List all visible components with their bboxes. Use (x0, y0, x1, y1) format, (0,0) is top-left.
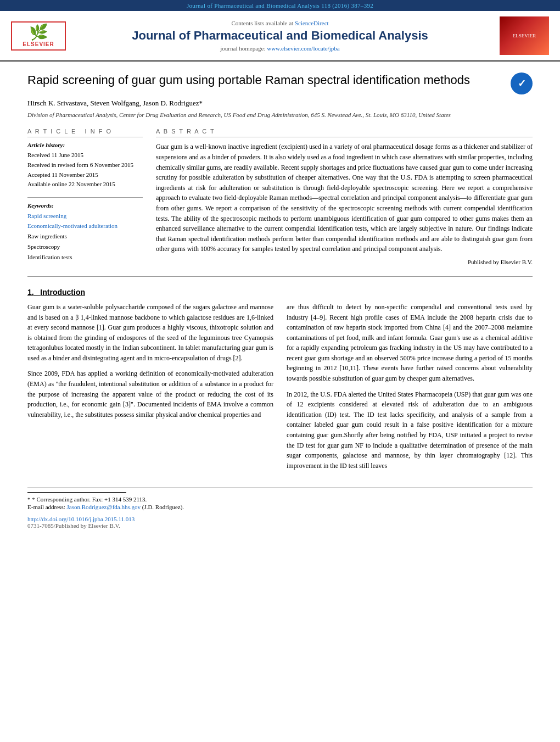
footnote-divider (27, 492, 126, 496)
email-person: (J.D. Rodriguez). (142, 504, 184, 510)
abstract-col: A B S T R A C T Guar gum is a well-known… (156, 128, 533, 265)
article-info-col: A R T I C L E I N F O Article history: R… (27, 128, 143, 265)
elsevier-brand: ELSEVIER (23, 41, 54, 47)
introduction-title: 1. Introduction (27, 288, 533, 297)
intro-p4: In 2012, the U.S. FDA alerted the United… (287, 389, 533, 471)
article-title-section: Rapid screening of guar gum using portab… (27, 72, 533, 94)
email-line: E-mail address: Jason.Rodriguez@fda.hhs.… (27, 504, 533, 510)
abstract-header: A B S T R A C T (156, 128, 533, 137)
intro-p2: Since 2009, FDA has applied a working de… (27, 369, 273, 420)
homepage-url[interactable]: www.elsevier.com/locate/jpba (267, 45, 339, 52)
sciencedirect-line: Contents lists available at ScienceDirec… (66, 20, 494, 26)
intro-p1: Guar gum is a water-soluble polysacchari… (27, 302, 273, 364)
header-right: ELSEVIER (494, 16, 549, 55)
published-by: Published by Elsevier B.V. (156, 259, 533, 265)
crossmark-badge: ✓ (511, 72, 533, 94)
email-link[interactable]: Jason.Rodriguez@fda.hhs.gov (66, 504, 140, 510)
section-divider (27, 276, 533, 277)
footnote-section: * * Corresponding author. Fax: +1 314 53… (27, 487, 533, 510)
keyword-2: Economically-motivated adulteration (27, 221, 143, 231)
doi-section: http://dx.doi.org/10.1016/j.jpba.2015.11… (27, 516, 533, 522)
author-names: Hirsch K. Srivastava, Steven Wolfgang, J… (27, 99, 203, 107)
elsevier-logo-left: 🌿 ELSEVIER (11, 21, 66, 51)
journal-name: Journal of Pharmaceutical and Biomedical… (66, 29, 494, 43)
affiliation: Division of Pharmaceutical Analysis, Cen… (27, 111, 533, 119)
article-container: Rapid screening of guar gum using portab… (0, 62, 560, 540)
asterisk: * (27, 496, 32, 503)
received-date: Received 11 June 2015 (27, 150, 143, 160)
article-history-label: Article history: (27, 142, 143, 148)
revised-date: Received in revised form 6 November 2015 (27, 160, 143, 170)
body-two-col: Guar gum is a water-soluble polysacchari… (27, 302, 533, 477)
journal-homepage: journal homepage: www.elsevier.com/locat… (66, 45, 494, 52)
keyword-1: Rapid screening (27, 211, 143, 221)
introduction-section: 1. Introduction Guar gum is a water-solu… (27, 288, 533, 477)
keywords-label: Keywords: (27, 202, 143, 209)
two-col-section: A R T I C L E I N F O Article history: R… (27, 128, 533, 265)
article-info-header: A R T I C L E I N F O (27, 128, 143, 137)
keywords-section: Keywords: Rapid screening Economically-m… (27, 197, 143, 262)
authors: Hirsch K. Srivastava, Steven Wolfgang, J… (27, 99, 533, 108)
doi-link[interactable]: http://dx.doi.org/10.1016/j.jpba.2015.11… (27, 516, 135, 522)
journal-citation-bar: Journal of Pharmaceutical and Biomedical… (0, 0, 560, 11)
elsevier-logo-right: ELSEVIER (500, 16, 549, 55)
corresponding-author: * * Corresponding author. Fax: +1 314 53… (27, 496, 533, 503)
elsevier-box: 🌿 ELSEVIER (11, 21, 66, 51)
available-date: Available online 22 November 2015 (27, 180, 143, 189)
tree-icon: 🌿 (29, 25, 48, 40)
body-left-col: Guar gum is a water-soluble polysacchari… (27, 302, 273, 477)
issn-section: 0731-7085/Published by Elsevier B.V. (27, 522, 533, 529)
journal-header: 🌿 ELSEVIER Contents lists available at S… (0, 11, 560, 62)
sciencedirect-link[interactable]: ScienceDirect (295, 20, 329, 26)
keyword-4: Spectroscopy (27, 242, 143, 252)
keyword-3: Raw ingredients (27, 231, 143, 242)
accepted-date: Accepted 11 November 2015 (27, 170, 143, 180)
crossmark-icon: ✓ (518, 77, 526, 90)
keyword-5: Identification tests (27, 252, 143, 263)
article-title: Rapid screening of guar gum using portab… (27, 72, 505, 88)
header-center: Contents lists available at ScienceDirec… (66, 20, 494, 52)
abstract-text: Guar gum is a well-known inactive ingred… (156, 142, 533, 254)
journal-citation-text: Journal of Pharmaceutical and Biomedical… (187, 2, 373, 9)
intro-p3: are thus difficult to detect by non-spec… (287, 302, 533, 384)
email-label: E-mail address: (27, 504, 65, 510)
body-right-col: are thus difficult to detect by non-spec… (287, 302, 533, 477)
